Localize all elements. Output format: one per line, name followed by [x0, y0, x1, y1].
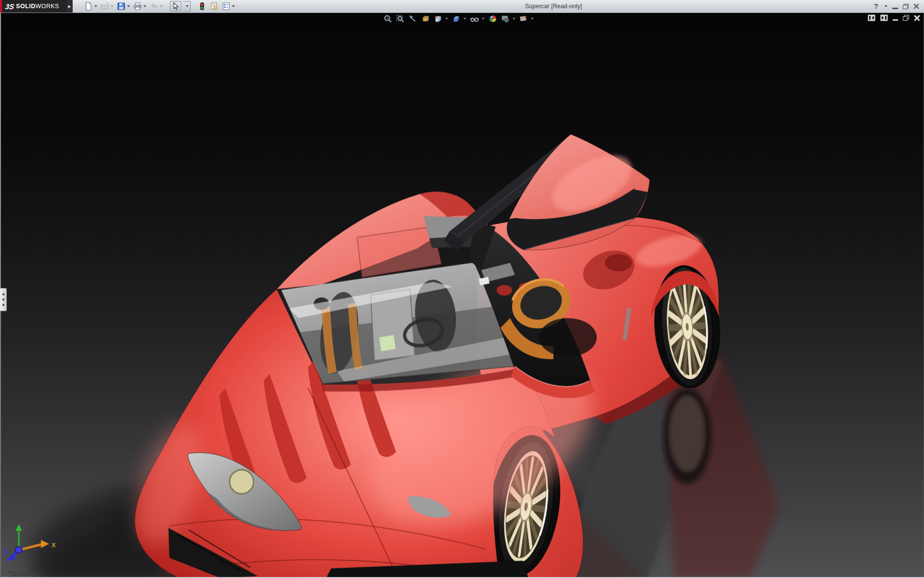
- edit-appearance-icon: [488, 14, 497, 23]
- print-dropdown-caret[interactable]: [143, 5, 146, 7]
- graphics-area[interactable]: X Z *Dimetric: [0, 13, 924, 578]
- file-properties-icon: [210, 2, 218, 11]
- view-orientation-icon: [434, 14, 442, 23]
- triad-x-label: X: [51, 541, 56, 549]
- print-button[interactable]: [132, 1, 147, 12]
- previous-window-icon[interactable]: [868, 14, 875, 21]
- view-settings-button[interactable]: [519, 14, 534, 24]
- headsup-view-toolbar: [383, 14, 534, 24]
- save-button[interactable]: [116, 1, 131, 12]
- section-view-icon: [421, 14, 430, 23]
- featuremanager-collapsed-tab[interactable]: [0, 288, 7, 311]
- window-title: Supercar [Read-only]: [525, 0, 582, 13]
- hide-show-items-icon: [470, 14, 479, 23]
- document-window-controls: [868, 14, 920, 21]
- open-icon: [101, 2, 109, 11]
- view-orientation-button[interactable]: [433, 14, 449, 24]
- document-minimize-button[interactable]: [893, 19, 898, 21]
- apply-scene-button[interactable]: [500, 14, 516, 24]
- previous-view-icon: [409, 14, 417, 23]
- options-button[interactable]: [221, 1, 236, 12]
- display-style-caret[interactable]: [463, 18, 466, 20]
- close-button[interactable]: [913, 3, 919, 9]
- open-button: [100, 1, 115, 12]
- rebuild-button[interactable]: [197, 1, 207, 12]
- expand-panel-arrow-icon: [2, 298, 4, 301]
- select-dropdown-caret: [186, 5, 189, 7]
- help-dropdown-caret[interactable]: [885, 5, 887, 7]
- new-document-button[interactable]: [83, 1, 98, 12]
- undo-dropdown-caret: [160, 5, 163, 7]
- save-icon: [117, 2, 126, 11]
- reference-triad: X Z: [3, 524, 61, 566]
- view-orientation-caret[interactable]: [445, 18, 448, 20]
- zoom-to-fit-icon: [384, 14, 392, 23]
- apply-scene-icon: [501, 14, 510, 23]
- view-orientation-label: *Dimetric: [8, 569, 41, 578]
- section-view-button[interactable]: [421, 14, 430, 24]
- rebuild-traffic-light-icon: [198, 2, 206, 11]
- select-tool-button[interactable]: [170, 1, 181, 12]
- select-dropdown[interactable]: [183, 1, 191, 12]
- undo-icon: [150, 2, 158, 11]
- supercar-3d-model[interactable]: [0, 13, 924, 578]
- apply-scene-caret[interactable]: [513, 18, 515, 20]
- zoom-to-area-button[interactable]: [396, 14, 405, 24]
- hide-show-items-caret[interactable]: [482, 18, 485, 20]
- print-icon: [133, 2, 142, 11]
- triad-z-label: Z: [4, 548, 8, 555]
- view-settings-icon: [519, 14, 528, 23]
- minimize-button[interactable]: [892, 8, 898, 9]
- options-icon: [222, 2, 231, 11]
- select-cursor-icon: [171, 2, 180, 11]
- zoom-to-fit-button[interactable]: [383, 14, 393, 24]
- help-button[interactable]: ?: [874, 0, 878, 13]
- view-settings-caret[interactable]: [531, 18, 534, 20]
- options-dropdown-caret[interactable]: [232, 5, 235, 7]
- standard-toolbar: [83, 1, 236, 12]
- open-dropdown-caret: [111, 5, 114, 7]
- brand-mark: 3S: [5, 2, 15, 11]
- new-document-icon: [84, 2, 93, 11]
- brand-text: SOLIDWORKS: [16, 3, 59, 10]
- expand-panel-arrow-icon: [2, 303, 4, 306]
- zoom-to-area-icon: [396, 14, 405, 23]
- document-restore-button[interactable]: [903, 15, 909, 21]
- display-style-button[interactable]: [451, 14, 467, 24]
- document-close-button[interactable]: [914, 15, 920, 21]
- edit-appearance-button[interactable]: [488, 14, 498, 24]
- new-dropdown-caret[interactable]: [94, 5, 97, 7]
- next-window-icon[interactable]: [880, 14, 888, 21]
- display-style-icon: [452, 14, 461, 23]
- solidworks-window: 3S SOLIDWORKS ▶: [0, 0, 924, 578]
- solidworks-logo: 3S SOLIDWORKS: [0, 0, 66, 13]
- restore-button[interactable]: [903, 4, 909, 9]
- save-dropdown-caret[interactable]: [127, 5, 130, 7]
- hide-show-items-button[interactable]: [470, 14, 485, 24]
- expand-panel-arrow-icon: [2, 293, 4, 296]
- toolbar-flyout-button[interactable]: ▶: [66, 0, 73, 13]
- undo-button: [149, 1, 164, 12]
- file-properties-button[interactable]: [209, 1, 219, 12]
- titlebar: 3S SOLIDWORKS ▶: [0, 0, 924, 13]
- previous-view-button[interactable]: [408, 14, 418, 24]
- window-controls: ?: [874, 0, 919, 13]
